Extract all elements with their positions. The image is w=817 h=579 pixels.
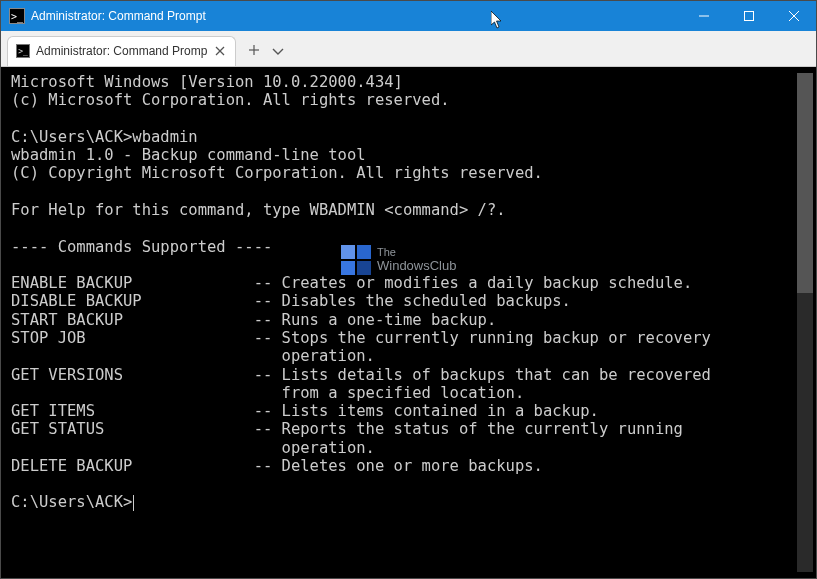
cmd-icon: >_: [16, 44, 30, 58]
window-controls: [681, 1, 816, 31]
new-tab-button[interactable]: [248, 43, 260, 59]
maximize-icon: [744, 11, 754, 21]
terminal-output[interactable]: Microsoft Windows [Version 10.0.22000.43…: [11, 73, 797, 572]
chevron-down-icon: [272, 48, 284, 56]
close-button[interactable]: [771, 1, 816, 31]
tabbar: >_ Administrator: Command Promp: [1, 31, 816, 67]
maximize-button[interactable]: [726, 1, 771, 31]
terminal-area: Microsoft Windows [Version 10.0.22000.43…: [1, 67, 816, 578]
cmd-icon: >_: [9, 8, 25, 24]
titlebar[interactable]: >_ Administrator: Command Prompt: [1, 1, 816, 31]
tab-close-button[interactable]: [213, 44, 227, 59]
window-title: Administrator: Command Prompt: [31, 9, 681, 23]
close-icon: [215, 46, 225, 56]
plus-icon: [248, 44, 260, 56]
scrollbar[interactable]: [797, 73, 813, 572]
svg-rect-1: [744, 12, 753, 21]
close-icon: [789, 11, 799, 21]
minimize-button[interactable]: [681, 1, 726, 31]
app-window: >_ Administrator: Command Prompt >_ Admi…: [0, 0, 817, 579]
tab-cmd[interactable]: >_ Administrator: Command Promp: [7, 36, 236, 66]
scroll-thumb[interactable]: [797, 73, 813, 293]
tab-dropdown-button[interactable]: [272, 43, 284, 59]
minimize-icon: [699, 11, 709, 21]
text-cursor: [133, 495, 134, 511]
tab-actions: [236, 43, 284, 59]
tab-label: Administrator: Command Promp: [36, 44, 207, 58]
